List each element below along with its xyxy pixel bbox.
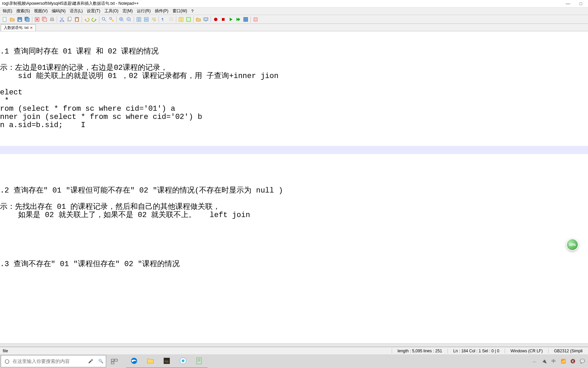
menu-plugins[interactable]: 插件(P) bbox=[153, 7, 170, 15]
tray-wifi-icon[interactable]: 📶 bbox=[560, 359, 566, 364]
notepadpp-icon[interactable] bbox=[191, 354, 208, 368]
editor-line bbox=[0, 195, 588, 203]
cortana-icon: ◯ bbox=[1, 359, 13, 364]
svg-rect-34 bbox=[115, 359, 117, 361]
svg-rect-13 bbox=[68, 17, 71, 20]
taskbar: ◯ 🎤 🔍 SQL ︿ 🔌 中 📶 🔇 💬 bbox=[0, 354, 588, 368]
status-file-type: file bbox=[0, 349, 11, 353]
find-icon[interactable] bbox=[101, 16, 108, 23]
sync-v-icon[interactable] bbox=[135, 16, 142, 23]
menu-language[interactable]: 语言(L) bbox=[68, 7, 85, 15]
editor-line: nner join (select * from sc where cid='0… bbox=[0, 113, 588, 121]
window-title: rog\录制视频\Apowersoft\Mysql45道题\建表和插入数据语句.… bbox=[2, 1, 563, 6]
plugin-icon[interactable] bbox=[252, 16, 259, 23]
menu-encoding[interactable]: 编码(N) bbox=[50, 7, 68, 15]
open-file-icon[interactable] bbox=[9, 16, 16, 23]
tray-volume-icon[interactable]: 🔇 bbox=[570, 359, 576, 364]
func-list-icon[interactable] bbox=[178, 16, 184, 23]
status-encoding: GB2312 (Simpli bbox=[548, 349, 588, 353]
wrap-icon[interactable] bbox=[150, 16, 157, 23]
doc-map-icon[interactable] bbox=[185, 16, 192, 23]
search-icon[interactable]: 🔍 bbox=[96, 359, 106, 364]
toolbar: ¶ bbox=[0, 15, 588, 24]
editor-line: 示：左边是01课程的记录，右边是02课程的记录， bbox=[0, 64, 588, 72]
close-all-icon[interactable] bbox=[41, 16, 48, 23]
menu-settings[interactable]: 设置(T) bbox=[85, 7, 102, 15]
monitor-icon[interactable] bbox=[202, 16, 209, 23]
editor-line: sid 能关联上的就是说明 01 ，02 课程记录都有，用 子查询+inner … bbox=[0, 72, 588, 80]
save-all-icon[interactable] bbox=[24, 16, 31, 23]
editor-line: 示：先找出存在 01 的课程记录，然后和自己的其他课程做关联， bbox=[0, 203, 588, 211]
task-view-icon[interactable] bbox=[106, 354, 122, 368]
svg-rect-2 bbox=[19, 20, 21, 21]
menu-view[interactable]: 视图(V) bbox=[32, 7, 50, 15]
play-multi-icon[interactable] bbox=[235, 16, 242, 23]
tray-action-icon[interactable]: 💬 bbox=[579, 359, 585, 364]
menu-edit[interactable]: 辑(E) bbox=[1, 7, 14, 15]
copy-icon[interactable] bbox=[66, 16, 73, 23]
editor-area[interactable]: .1 查询同时存在 01 课程 和 02 课程的情况 示：左边是01课程的记录，… bbox=[0, 31, 588, 278]
svg-point-16 bbox=[102, 17, 105, 20]
edge-icon[interactable] bbox=[126, 354, 142, 368]
print-icon[interactable] bbox=[49, 16, 55, 23]
close-icon[interactable] bbox=[34, 16, 40, 23]
menu-help[interactable]: ? bbox=[189, 8, 196, 14]
editor-line bbox=[0, 236, 588, 244]
editor-line bbox=[0, 31, 588, 40]
maximize-button[interactable]: □ bbox=[576, 1, 586, 6]
editor-line bbox=[0, 80, 588, 89]
folder-icon[interactable] bbox=[195, 16, 202, 23]
tray-ime-icon[interactable]: 中 bbox=[551, 358, 557, 364]
indent-guide-icon[interactable] bbox=[168, 16, 175, 23]
explorer-icon[interactable] bbox=[142, 354, 159, 368]
mysql-icon[interactable]: SQL bbox=[159, 354, 175, 368]
save-macro-icon[interactable] bbox=[242, 16, 249, 23]
svg-rect-15 bbox=[76, 18, 78, 21]
svg-rect-8 bbox=[50, 19, 54, 21]
play-icon[interactable] bbox=[227, 16, 234, 23]
sync-h-icon[interactable] bbox=[143, 16, 150, 23]
editor-line bbox=[0, 179, 588, 187]
new-file-icon[interactable] bbox=[1, 16, 8, 23]
paste-icon[interactable] bbox=[74, 16, 80, 23]
editor-line bbox=[0, 244, 588, 252]
svg-rect-23 bbox=[144, 17, 148, 19]
menu-tools[interactable]: 工具(O) bbox=[102, 7, 120, 15]
tab-close-icon[interactable]: ✕ bbox=[30, 26, 33, 30]
svg-rect-31 bbox=[244, 17, 248, 21]
editor-line: .1 查询同时存在 01 课程 和 02 课程的情况 bbox=[0, 48, 588, 56]
svg-rect-27 bbox=[186, 17, 191, 21]
editor-line: n a.sid=b.sid; I bbox=[0, 121, 588, 129]
recording-badge[interactable]: 58% bbox=[566, 239, 578, 251]
apowersoft-icon[interactable] bbox=[175, 354, 191, 368]
tray-chevron-icon[interactable]: ︿ bbox=[532, 358, 538, 364]
file-tab[interactable]: 入数据语句. txt ✕ bbox=[1, 24, 36, 31]
tray-power-icon[interactable]: 🔌 bbox=[541, 359, 547, 364]
stop-icon[interactable] bbox=[220, 16, 227, 23]
editor-line bbox=[0, 146, 588, 154]
svg-rect-41 bbox=[197, 358, 201, 364]
record-icon[interactable] bbox=[212, 16, 219, 23]
menu-search[interactable]: 搜索(S) bbox=[14, 7, 32, 15]
window-controls: — □ bbox=[563, 1, 586, 6]
editor-line bbox=[0, 129, 588, 138]
editor-line bbox=[0, 40, 588, 48]
mic-icon[interactable]: 🎤 bbox=[85, 359, 96, 364]
svg-rect-33 bbox=[111, 359, 114, 361]
undo-icon[interactable] bbox=[83, 16, 90, 23]
taskbar-search[interactable]: ◯ 🎤 🔍 bbox=[1, 355, 106, 367]
search-input[interactable] bbox=[13, 358, 85, 364]
zoom-in-icon[interactable] bbox=[118, 16, 125, 23]
menu-window[interactable]: 窗口(W) bbox=[170, 7, 189, 15]
redo-icon[interactable] bbox=[91, 16, 98, 23]
menu-macro[interactable]: 宏(M) bbox=[120, 7, 135, 15]
show-all-icon[interactable]: ¶ bbox=[160, 16, 167, 23]
title-bar: rog\录制视频\Apowersoft\Mysql45道题\建表和插入数据语句.… bbox=[0, 0, 588, 7]
minimize-button[interactable]: — bbox=[563, 1, 573, 6]
editor-line bbox=[0, 228, 588, 236]
replace-icon[interactable] bbox=[108, 16, 115, 23]
cut-icon[interactable] bbox=[59, 16, 65, 23]
menu-run[interactable]: 运行(R) bbox=[135, 7, 153, 15]
zoom-out-icon[interactable] bbox=[126, 16, 132, 23]
save-icon[interactable] bbox=[16, 16, 23, 23]
